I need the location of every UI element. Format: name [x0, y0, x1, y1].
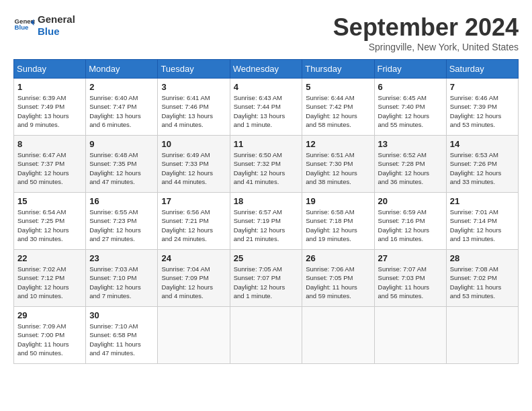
day-number: 15	[17, 196, 82, 206]
day-number: 13	[378, 139, 443, 149]
day-number: 30	[89, 310, 154, 320]
day-info: Sunrise: 6:56 AM Sunset: 7:21 PM Dayligh…	[161, 208, 226, 243]
day-number: 2	[89, 82, 154, 92]
calendar-cell: 21Sunrise: 7:01 AM Sunset: 7:14 PM Dayli…	[446, 193, 518, 250]
day-info: Sunrise: 6:48 AM Sunset: 7:35 PM Dayligh…	[89, 150, 154, 186]
weekday-header: Thursday	[302, 60, 374, 79]
calendar-week-row: 8Sunrise: 6:47 AM Sunset: 7:37 PM Daylig…	[14, 136, 519, 193]
calendar-cell: 24Sunrise: 7:04 AM Sunset: 7:09 PM Dayli…	[158, 250, 230, 307]
page-header: General Blue General Blue September 2024…	[13, 13, 519, 52]
calendar-cell: 5Sunrise: 6:44 AM Sunset: 7:42 PM Daylig…	[302, 79, 374, 136]
calendar-week-row: 15Sunrise: 6:54 AM Sunset: 7:25 PM Dayli…	[14, 193, 519, 250]
day-info: Sunrise: 6:53 AM Sunset: 7:26 PM Dayligh…	[450, 150, 515, 186]
day-info: Sunrise: 6:43 AM Sunset: 7:44 PM Dayligh…	[234, 93, 299, 129]
calendar-table: SundayMondayTuesdayWednesdayThursdayFrid…	[13, 59, 519, 364]
day-info: Sunrise: 6:39 AM Sunset: 7:49 PM Dayligh…	[17, 93, 82, 129]
day-number: 11	[234, 139, 299, 149]
svg-text:Blue: Blue	[15, 24, 29, 31]
calendar-cell: 20Sunrise: 6:59 AM Sunset: 7:16 PM Dayli…	[374, 193, 446, 250]
day-info: Sunrise: 7:03 AM Sunset: 7:10 PM Dayligh…	[89, 265, 154, 300]
day-info: Sunrise: 6:41 AM Sunset: 7:46 PM Dayligh…	[161, 93, 226, 129]
calendar-cell: 2Sunrise: 6:40 AM Sunset: 7:47 PM Daylig…	[86, 79, 158, 136]
logo-general: General	[38, 13, 75, 26]
day-info: Sunrise: 7:09 AM Sunset: 7:00 PM Dayligh…	[17, 322, 82, 357]
weekday-header: Sunday	[14, 60, 86, 79]
weekday-header: Tuesday	[158, 60, 230, 79]
day-info: Sunrise: 6:50 AM Sunset: 7:32 PM Dayligh…	[234, 150, 299, 186]
day-info: Sunrise: 6:49 AM Sunset: 7:33 PM Dayligh…	[161, 150, 226, 186]
calendar-cell: 29Sunrise: 7:09 AM Sunset: 7:00 PM Dayli…	[14, 307, 86, 364]
calendar-cell: 9Sunrise: 6:48 AM Sunset: 7:35 PM Daylig…	[86, 136, 158, 193]
day-number: 5	[306, 82, 370, 92]
calendar-cell: 13Sunrise: 6:52 AM Sunset: 7:28 PM Dayli…	[374, 136, 446, 193]
day-number: 27	[378, 253, 443, 263]
day-number: 17	[161, 196, 226, 206]
day-number: 25	[234, 253, 299, 263]
day-info: Sunrise: 7:04 AM Sunset: 7:09 PM Dayligh…	[161, 265, 226, 300]
calendar-cell: 30Sunrise: 7:10 AM Sunset: 6:58 PM Dayli…	[86, 307, 158, 364]
day-info: Sunrise: 6:55 AM Sunset: 7:23 PM Dayligh…	[89, 208, 154, 243]
day-number: 16	[89, 196, 154, 206]
calendar-cell: 26Sunrise: 7:06 AM Sunset: 7:05 PM Dayli…	[302, 250, 374, 307]
day-number: 6	[378, 82, 443, 92]
calendar-cell: 23Sunrise: 7:03 AM Sunset: 7:10 PM Dayli…	[86, 250, 158, 307]
calendar-cell: 6Sunrise: 6:45 AM Sunset: 7:40 PM Daylig…	[374, 79, 446, 136]
calendar-week-row: 22Sunrise: 7:02 AM Sunset: 7:12 PM Dayli…	[14, 250, 519, 307]
day-number: 22	[17, 253, 82, 263]
day-number: 4	[234, 82, 299, 92]
calendar-cell: 1Sunrise: 6:39 AM Sunset: 7:49 PM Daylig…	[14, 79, 86, 136]
calendar-cell: 27Sunrise: 7:07 AM Sunset: 7:03 PM Dayli…	[374, 250, 446, 307]
month-title: September 2024	[333, 13, 519, 42]
day-info: Sunrise: 7:06 AM Sunset: 7:05 PM Dayligh…	[306, 265, 370, 300]
day-info: Sunrise: 7:10 AM Sunset: 6:58 PM Dayligh…	[89, 322, 154, 357]
day-info: Sunrise: 6:58 AM Sunset: 7:18 PM Dayligh…	[306, 208, 370, 243]
day-number: 3	[161, 82, 226, 92]
day-info: Sunrise: 6:51 AM Sunset: 7:30 PM Dayligh…	[306, 150, 370, 186]
calendar-cell	[446, 307, 518, 364]
logo: General Blue General Blue	[13, 13, 75, 38]
day-number: 24	[161, 253, 226, 263]
weekday-header: Wednesday	[230, 60, 302, 79]
day-info: Sunrise: 7:05 AM Sunset: 7:07 PM Dayligh…	[234, 265, 299, 300]
day-info: Sunrise: 7:01 AM Sunset: 7:14 PM Dayligh…	[450, 208, 515, 243]
location: Springville, New York, United States	[333, 42, 519, 52]
calendar-cell: 11Sunrise: 6:50 AM Sunset: 7:32 PM Dayli…	[230, 136, 302, 193]
calendar-cell	[374, 307, 446, 364]
calendar-cell: 18Sunrise: 6:57 AM Sunset: 7:19 PM Dayli…	[230, 193, 302, 250]
calendar-cell: 14Sunrise: 6:53 AM Sunset: 7:26 PM Dayli…	[446, 136, 518, 193]
calendar-header-row: SundayMondayTuesdayWednesdayThursdayFrid…	[14, 60, 519, 79]
title-area: September 2024 Springville, New York, Un…	[333, 13, 519, 52]
day-info: Sunrise: 6:47 AM Sunset: 7:37 PM Dayligh…	[17, 150, 82, 186]
calendar-cell: 12Sunrise: 6:51 AM Sunset: 7:30 PM Dayli…	[302, 136, 374, 193]
day-info: Sunrise: 6:54 AM Sunset: 7:25 PM Dayligh…	[17, 208, 82, 243]
calendar-cell: 28Sunrise: 7:08 AM Sunset: 7:02 PM Dayli…	[446, 250, 518, 307]
day-number: 26	[306, 253, 370, 263]
calendar-cell: 15Sunrise: 6:54 AM Sunset: 7:25 PM Dayli…	[14, 193, 86, 250]
calendar-cell: 16Sunrise: 6:55 AM Sunset: 7:23 PM Dayli…	[86, 193, 158, 250]
day-number: 23	[89, 253, 154, 263]
weekday-header: Monday	[86, 60, 158, 79]
day-number: 18	[234, 196, 299, 206]
day-number: 9	[89, 139, 154, 149]
day-info: Sunrise: 6:57 AM Sunset: 7:19 PM Dayligh…	[234, 208, 299, 243]
day-number: 20	[378, 196, 443, 206]
day-number: 1	[17, 82, 82, 92]
calendar-week-row: 29Sunrise: 7:09 AM Sunset: 7:00 PM Dayli…	[14, 307, 519, 364]
day-number: 21	[450, 196, 515, 206]
calendar-week-row: 1Sunrise: 6:39 AM Sunset: 7:49 PM Daylig…	[14, 79, 519, 136]
day-number: 19	[306, 196, 370, 206]
calendar-cell: 4Sunrise: 6:43 AM Sunset: 7:44 PM Daylig…	[230, 79, 302, 136]
day-number: 10	[161, 139, 226, 149]
calendar-cell: 10Sunrise: 6:49 AM Sunset: 7:33 PM Dayli…	[158, 136, 230, 193]
calendar-cell	[158, 307, 230, 364]
day-number: 8	[17, 139, 82, 149]
calendar-cell: 22Sunrise: 7:02 AM Sunset: 7:12 PM Dayli…	[14, 250, 86, 307]
day-info: Sunrise: 7:07 AM Sunset: 7:03 PM Dayligh…	[378, 265, 443, 300]
day-info: Sunrise: 6:46 AM Sunset: 7:39 PM Dayligh…	[450, 93, 515, 129]
day-info: Sunrise: 6:59 AM Sunset: 7:16 PM Dayligh…	[378, 208, 443, 243]
day-number: 14	[450, 139, 515, 149]
logo-icon: General Blue	[13, 15, 35, 36]
calendar-cell: 17Sunrise: 6:56 AM Sunset: 7:21 PM Dayli…	[158, 193, 230, 250]
weekday-header: Friday	[374, 60, 446, 79]
calendar-cell	[302, 307, 374, 364]
